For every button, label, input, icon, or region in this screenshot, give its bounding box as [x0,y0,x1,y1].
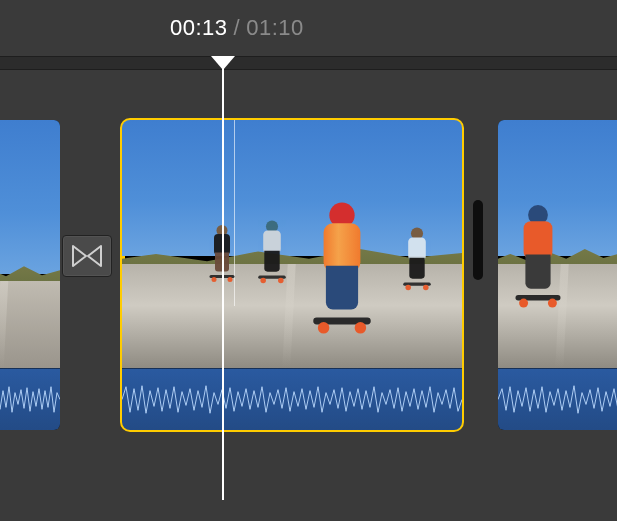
transition-cross-dissolve-icon[interactable] [62,235,112,277]
clip-audio-waveform[interactable] [0,368,60,430]
clip-video-thumbnail [0,120,60,368]
timeline-clip[interactable] [498,120,617,430]
timeline-clip-selected[interactable] [122,120,462,430]
clip-audio-waveform[interactable] [122,368,462,430]
clips-row [0,120,617,440]
timeline-clip[interactable] [0,120,60,430]
clip-video-thumbnail [122,120,462,368]
timeline-ruler[interactable] [0,56,617,70]
timecode-current: 00:13 [170,15,228,41]
clip-edge-trim-handle[interactable] [473,200,483,280]
timeline-track-area[interactable] [0,70,617,460]
clip-video-thumbnail [498,120,617,368]
clip-audio-waveform[interactable] [498,368,617,430]
timecode-total: 01:10 [246,15,304,41]
timecode-bar: 00:13 / 01:10 [0,0,617,56]
timecode-separator: / [234,15,241,41]
